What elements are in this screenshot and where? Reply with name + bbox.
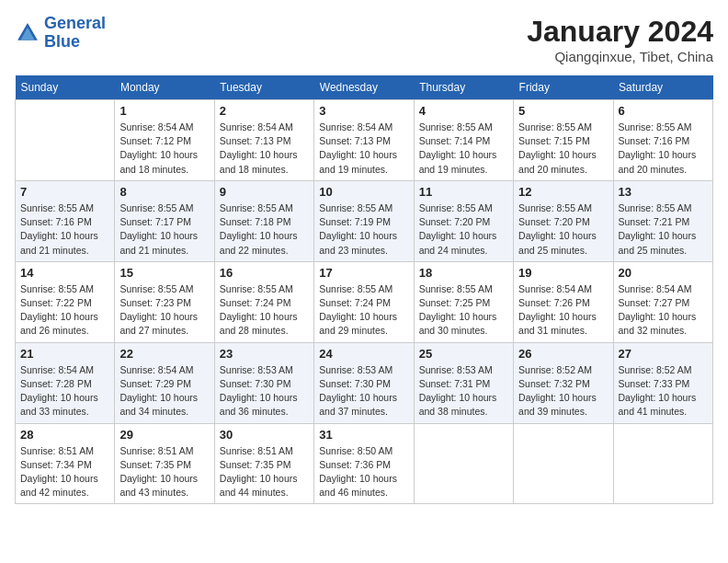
day-number: 13 [619, 185, 708, 199]
weekday-header: Friday [514, 75, 613, 100]
day-info: Sunrise: 8:55 AMSunset: 7:20 PMDaylight:… [419, 201, 508, 258]
day-info: Sunrise: 8:54 AMSunset: 7:27 PMDaylight:… [619, 282, 708, 339]
calendar-cell: 12Sunrise: 8:55 AMSunset: 7:20 PMDayligh… [514, 180, 613, 261]
day-number: 19 [518, 266, 608, 280]
calendar-cell: 1Sunrise: 8:54 AMSunset: 7:12 PMDaylight… [115, 100, 214, 181]
weekday-header: Monday [115, 75, 214, 100]
day-number: 18 [419, 266, 508, 280]
calendar-cell: 31Sunrise: 8:50 AMSunset: 7:36 PMDayligh… [314, 423, 414, 504]
day-number: 1 [119, 104, 209, 118]
weekday-header: Wednesday [314, 75, 414, 100]
day-info: Sunrise: 8:55 AMSunset: 7:24 PMDaylight:… [319, 282, 408, 339]
day-number: 12 [518, 185, 608, 199]
day-number: 10 [319, 185, 408, 199]
day-number: 3 [319, 104, 408, 118]
calendar-cell: 29Sunrise: 8:51 AMSunset: 7:35 PMDayligh… [115, 423, 214, 504]
calendar-cell: 26Sunrise: 8:52 AMSunset: 7:32 PMDayligh… [514, 342, 613, 423]
calendar-cell: 4Sunrise: 8:55 AMSunset: 7:14 PMDaylight… [414, 100, 513, 181]
day-number: 27 [619, 347, 708, 361]
day-info: Sunrise: 8:55 AMSunset: 7:15 PMDaylight:… [518, 121, 608, 177]
weekday-header: Tuesday [214, 75, 313, 100]
day-info: Sunrise: 8:55 AMSunset: 7:19 PMDaylight:… [319, 201, 408, 258]
day-info: Sunrise: 8:55 AMSunset: 7:25 PMDaylight:… [419, 282, 508, 339]
calendar-cell [613, 423, 712, 504]
calendar-cell: 28Sunrise: 8:51 AMSunset: 7:34 PMDayligh… [16, 423, 115, 504]
calendar-cell [16, 100, 115, 181]
day-info: Sunrise: 8:54 AMSunset: 7:28 PMDaylight:… [20, 363, 109, 419]
day-info: Sunrise: 8:55 AMSunset: 7:22 PMDaylight:… [20, 282, 109, 339]
day-info: Sunrise: 8:55 AMSunset: 7:16 PMDaylight:… [619, 121, 708, 177]
day-number: 17 [319, 266, 408, 280]
calendar-cell: 24Sunrise: 8:53 AMSunset: 7:30 PMDayligh… [314, 342, 414, 423]
day-number: 24 [319, 347, 408, 361]
day-info: Sunrise: 8:54 AMSunset: 7:13 PMDaylight:… [319, 121, 408, 177]
day-number: 25 [419, 347, 508, 361]
day-number: 5 [518, 104, 608, 118]
calendar-week-row: 7Sunrise: 8:55 AMSunset: 7:16 PMDaylight… [16, 180, 713, 261]
calendar-cell: 25Sunrise: 8:53 AMSunset: 7:31 PMDayligh… [414, 342, 513, 423]
calendar-cell: 15Sunrise: 8:55 AMSunset: 7:23 PMDayligh… [115, 261, 214, 342]
calendar-cell: 2Sunrise: 8:54 AMSunset: 7:13 PMDaylight… [214, 100, 313, 181]
day-info: Sunrise: 8:53 AMSunset: 7:30 PMDaylight:… [319, 363, 408, 419]
calendar-cell [414, 423, 513, 504]
calendar-cell: 5Sunrise: 8:55 AMSunset: 7:15 PMDaylight… [514, 100, 613, 181]
weekday-header: Thursday [414, 75, 513, 100]
logo-line2: Blue [44, 32, 80, 51]
day-info: Sunrise: 8:55 AMSunset: 7:14 PMDaylight:… [419, 121, 508, 177]
day-number: 16 [220, 266, 309, 280]
calendar-cell: 14Sunrise: 8:55 AMSunset: 7:22 PMDayligh… [16, 261, 115, 342]
calendar-cell: 8Sunrise: 8:55 AMSunset: 7:17 PMDaylight… [115, 180, 214, 261]
calendar-table: SundayMondayTuesdayWednesdayThursdayFrid… [15, 75, 713, 504]
day-number: 7 [20, 185, 109, 199]
day-info: Sunrise: 8:55 AMSunset: 7:23 PMDaylight:… [119, 282, 209, 339]
day-info: Sunrise: 8:52 AMSunset: 7:32 PMDaylight:… [518, 363, 608, 419]
calendar-cell: 13Sunrise: 8:55 AMSunset: 7:21 PMDayligh… [613, 180, 712, 261]
day-number: 8 [119, 185, 209, 199]
day-info: Sunrise: 8:54 AMSunset: 7:26 PMDaylight:… [518, 282, 608, 339]
day-number: 11 [419, 185, 508, 199]
calendar-cell: 17Sunrise: 8:55 AMSunset: 7:24 PMDayligh… [314, 261, 414, 342]
calendar-cell: 23Sunrise: 8:53 AMSunset: 7:30 PMDayligh… [214, 342, 313, 423]
day-info: Sunrise: 8:53 AMSunset: 7:30 PMDaylight:… [220, 363, 309, 419]
day-number: 28 [20, 428, 109, 442]
calendar-cell: 18Sunrise: 8:55 AMSunset: 7:25 PMDayligh… [414, 261, 513, 342]
day-number: 31 [319, 428, 408, 442]
day-info: Sunrise: 8:55 AMSunset: 7:21 PMDaylight:… [619, 201, 708, 258]
day-number: 29 [119, 428, 209, 442]
day-info: Sunrise: 8:50 AMSunset: 7:36 PMDaylight:… [319, 444, 408, 500]
calendar-week-row: 21Sunrise: 8:54 AMSunset: 7:28 PMDayligh… [16, 342, 713, 423]
day-info: Sunrise: 8:55 AMSunset: 7:24 PMDaylight:… [220, 282, 309, 339]
calendar-week-row: 1Sunrise: 8:54 AMSunset: 7:12 PMDaylight… [16, 100, 713, 181]
logo-icon [15, 20, 40, 46]
day-number: 22 [119, 347, 209, 361]
calendar-cell: 27Sunrise: 8:52 AMSunset: 7:33 PMDayligh… [613, 342, 712, 423]
calendar-cell: 10Sunrise: 8:55 AMSunset: 7:19 PMDayligh… [314, 180, 414, 261]
calendar-cell: 9Sunrise: 8:55 AMSunset: 7:18 PMDaylight… [214, 180, 313, 261]
logo: General Blue [15, 15, 106, 52]
day-number: 21 [20, 347, 109, 361]
day-number: 23 [220, 347, 309, 361]
page-header: General Blue January 2024 Qiangqinxue, T… [15, 15, 713, 64]
calendar-week-row: 28Sunrise: 8:51 AMSunset: 7:34 PMDayligh… [16, 423, 713, 504]
day-info: Sunrise: 8:55 AMSunset: 7:20 PMDaylight:… [518, 201, 608, 258]
day-number: 15 [119, 266, 209, 280]
day-number: 20 [619, 266, 708, 280]
day-info: Sunrise: 8:54 AMSunset: 7:12 PMDaylight:… [119, 121, 209, 177]
day-number: 30 [220, 428, 309, 442]
day-number: 14 [20, 266, 109, 280]
day-info: Sunrise: 8:55 AMSunset: 7:16 PMDaylight:… [20, 201, 109, 258]
day-number: 9 [220, 185, 309, 199]
title-area: January 2024 Qiangqinxue, Tibet, China [527, 15, 713, 64]
month-title: January 2024 [527, 15, 713, 49]
day-number: 2 [220, 104, 309, 118]
calendar-cell: 20Sunrise: 8:54 AMSunset: 7:27 PMDayligh… [613, 261, 712, 342]
day-info: Sunrise: 8:55 AMSunset: 7:17 PMDaylight:… [119, 201, 209, 258]
day-number: 26 [518, 347, 608, 361]
calendar-cell: 3Sunrise: 8:54 AMSunset: 7:13 PMDaylight… [314, 100, 414, 181]
calendar-cell: 6Sunrise: 8:55 AMSunset: 7:16 PMDaylight… [613, 100, 712, 181]
day-info: Sunrise: 8:55 AMSunset: 7:18 PMDaylight:… [220, 201, 309, 258]
logo-text: General Blue [44, 15, 106, 52]
calendar-cell: 16Sunrise: 8:55 AMSunset: 7:24 PMDayligh… [214, 261, 313, 342]
calendar-cell: 19Sunrise: 8:54 AMSunset: 7:26 PMDayligh… [514, 261, 613, 342]
day-info: Sunrise: 8:54 AMSunset: 7:29 PMDaylight:… [119, 363, 209, 419]
